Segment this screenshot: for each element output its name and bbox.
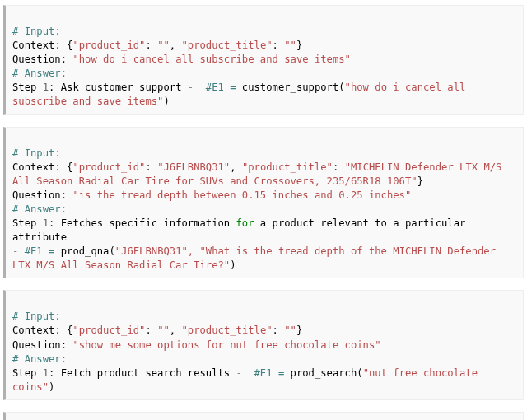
context-label: Context bbox=[12, 40, 54, 51]
sep: - bbox=[12, 245, 25, 257]
ctx-pid-key: "product_id" bbox=[72, 161, 145, 173]
step-label: Step bbox=[12, 82, 43, 93]
input-comment: # Input: bbox=[12, 310, 61, 322]
paren-open: ( bbox=[357, 367, 362, 379]
context-label: Context bbox=[12, 161, 54, 173]
sep: - bbox=[181, 82, 205, 93]
sep: - bbox=[230, 367, 254, 379]
ctx-pid-val: "" bbox=[157, 40, 170, 51]
ctx-pt-val: "" bbox=[284, 40, 296, 51]
step-label: Step bbox=[12, 217, 43, 229]
question-label: Question bbox=[12, 189, 61, 201]
eq-func: customer_support bbox=[242, 82, 338, 93]
code-block: # Input: Context: {"product_id": "J6FLBN… bbox=[3, 127, 524, 279]
paren-open: ( bbox=[338, 82, 344, 93]
paren-close: ) bbox=[49, 381, 54, 393]
question-label: Question bbox=[12, 339, 61, 351]
input-comment: # Input: bbox=[12, 147, 61, 159]
ctx-pid-key: "product_id" bbox=[72, 324, 145, 336]
input-comment: # Input: bbox=[12, 26, 61, 37]
ctx-pt-key: "product_title" bbox=[242, 161, 333, 173]
eq-func: prod_qna bbox=[61, 245, 110, 257]
question-label: Question bbox=[12, 54, 61, 65]
code-block: # Input: Context: {"product_id": "", "pr… bbox=[3, 290, 524, 400]
answer-comment: # Answer: bbox=[12, 203, 67, 215]
paren-open: ( bbox=[109, 245, 114, 257]
step-num: 1 bbox=[43, 82, 49, 93]
question-text: "show me some options for nut free choco… bbox=[72, 339, 380, 351]
code-examples-container: # Input: Context: {"product_id": "", "pr… bbox=[0, 5, 527, 420]
paren-close: ) bbox=[230, 259, 236, 271]
eq-tag: #E1 = bbox=[254, 367, 291, 379]
step-num: 1 bbox=[43, 367, 49, 379]
ctx-pt-key: "product_title" bbox=[182, 40, 273, 51]
eq-func: prod_search bbox=[291, 367, 357, 379]
code-block: # Input: Context: {"product_id": "", "pr… bbox=[3, 5, 524, 115]
ctx-pid-val: "J6FLBNBQ31" bbox=[157, 161, 230, 173]
eq-tag: #E1 = bbox=[206, 82, 242, 93]
question-text: "is the tread depth between 0.15 inches … bbox=[72, 189, 411, 201]
ctx-pid-val: "" bbox=[157, 324, 170, 336]
code-block: # Input: Context: {"product_id": "", "pr… bbox=[3, 412, 524, 420]
step-label: Step bbox=[12, 367, 43, 379]
ctx-pt-val: "" bbox=[284, 324, 296, 336]
ctx-pid-key: "product_id" bbox=[72, 40, 145, 51]
step-action: Fetch product search results bbox=[61, 367, 230, 379]
eq-tag: #E1 = bbox=[25, 245, 61, 257]
answer-comment: # Answer: bbox=[12, 353, 67, 365]
step-num: 1 bbox=[43, 217, 49, 229]
step-action: Ask customer support bbox=[61, 82, 182, 93]
answer-comment: # Answer: bbox=[12, 68, 67, 79]
ctx-pt-key: "product_title" bbox=[182, 324, 273, 336]
paren-close: ) bbox=[163, 96, 169, 107]
question-text: "how do i cancel all subscribe and save … bbox=[72, 54, 351, 65]
step-action-t0: Fetches specific information bbox=[61, 217, 236, 229]
step-action-t1: for bbox=[236, 217, 254, 229]
context-label: Context bbox=[12, 324, 54, 336]
